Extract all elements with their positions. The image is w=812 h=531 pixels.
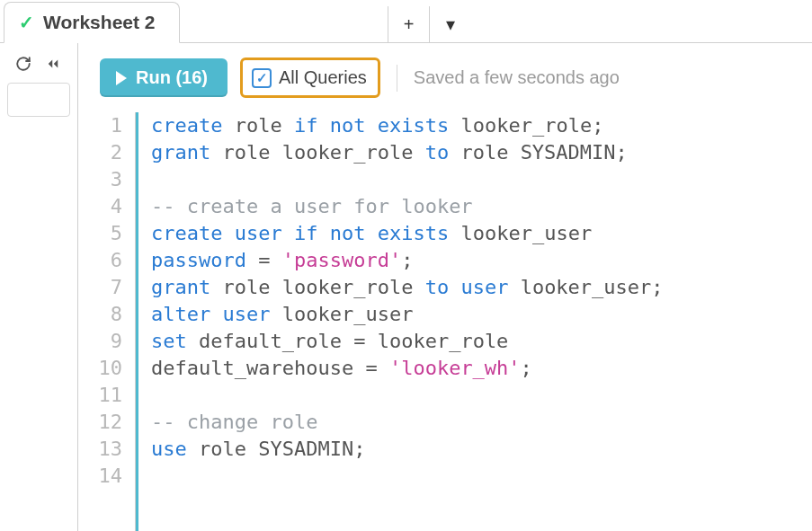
run-button[interactable]: Run (16) bbox=[100, 58, 228, 97]
line-number: 8 bbox=[82, 301, 122, 328]
line-number: 3 bbox=[82, 166, 122, 193]
run-label: Run (16) bbox=[136, 67, 208, 88]
toolbar: Run (16) ✓ All Queries Saved a few secon… bbox=[78, 43, 812, 112]
tab-label: Worksheet 2 bbox=[43, 12, 156, 33]
line-number: 6 bbox=[82, 247, 122, 274]
code-line[interactable]: grant role looker_role to role SYSADMIN; bbox=[151, 139, 664, 166]
caret-down-icon: ▾ bbox=[446, 13, 455, 35]
line-number: 11 bbox=[82, 382, 122, 409]
line-number: 2 bbox=[82, 139, 122, 166]
left-rail bbox=[0, 43, 77, 531]
code-line[interactable]: -- change role bbox=[151, 409, 664, 436]
code-line[interactable]: create role if not exists looker_role; bbox=[151, 112, 664, 139]
separator bbox=[397, 65, 397, 92]
line-number: 1 bbox=[82, 112, 122, 139]
add-tab-button[interactable]: + bbox=[388, 6, 429, 42]
code-line[interactable]: grant role looker_role to user looker_us… bbox=[151, 274, 664, 301]
all-queries-toggle[interactable]: ✓ All Queries bbox=[240, 58, 380, 98]
code-editor[interactable]: 1234567891011121314 create role if not e… bbox=[78, 112, 812, 531]
code-line[interactable]: default_warehouse = 'looker_wh'; bbox=[151, 355, 664, 382]
tabs-row: ✓ Worksheet 2 + ▾ bbox=[0, 0, 812, 43]
content: Run (16) ✓ All Queries Saved a few secon… bbox=[78, 43, 812, 531]
code-line[interactable]: -- create a user for looker bbox=[151, 193, 664, 220]
collapse-icon[interactable] bbox=[44, 56, 62, 72]
code-area[interactable]: create role if not exists looker_role;gr… bbox=[136, 112, 664, 531]
line-number: 13 bbox=[82, 436, 122, 463]
tabs-right: + ▾ bbox=[388, 6, 812, 42]
code-line[interactable]: alter user looker_user bbox=[151, 301, 664, 328]
all-queries-label: All Queries bbox=[279, 67, 367, 88]
line-number: 7 bbox=[82, 274, 122, 301]
checkbox-icon: ✓ bbox=[252, 68, 272, 88]
play-icon bbox=[116, 71, 127, 85]
worksheet-tab[interactable]: ✓ Worksheet 2 bbox=[4, 2, 180, 43]
check-icon: ✓ bbox=[19, 12, 34, 33]
line-number: 12 bbox=[82, 409, 122, 436]
code-line[interactable] bbox=[151, 382, 664, 409]
code-line[interactable]: password = 'password'; bbox=[151, 247, 664, 274]
plus-icon: + bbox=[404, 14, 415, 35]
line-gutter: 1234567891011121314 bbox=[82, 112, 136, 531]
code-line[interactable] bbox=[151, 463, 664, 490]
line-number: 4 bbox=[82, 193, 122, 220]
code-line[interactable]: set default_role = looker_role bbox=[151, 328, 664, 355]
code-line[interactable]: use role SYSADMIN; bbox=[151, 436, 664, 463]
code-line[interactable]: create user if not exists looker_user bbox=[151, 220, 664, 247]
code-line[interactable] bbox=[151, 166, 664, 193]
tab-menu-button[interactable]: ▾ bbox=[429, 6, 470, 42]
line-number: 14 bbox=[82, 463, 122, 490]
rail-box[interactable] bbox=[7, 83, 70, 117]
line-number: 10 bbox=[82, 355, 122, 382]
main-area: Run (16) ✓ All Queries Saved a few secon… bbox=[0, 43, 812, 531]
line-number: 9 bbox=[82, 328, 122, 355]
saved-status: Saved a few seconds ago bbox=[414, 67, 620, 88]
refresh-icon[interactable] bbox=[15, 56, 31, 72]
line-number: 5 bbox=[82, 220, 122, 247]
